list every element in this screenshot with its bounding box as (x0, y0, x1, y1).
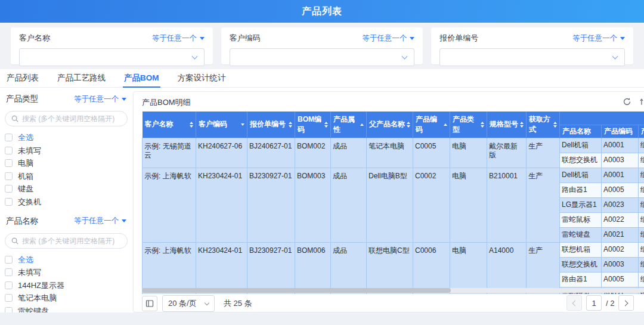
column-header-4[interactable]: 产品属性 (331, 112, 367, 138)
checkbox[interactable] (5, 134, 13, 141)
group-cell: B210001 (487, 168, 527, 242)
column-header-0[interactable]: 客户名称 (143, 112, 196, 138)
checkbox[interactable] (5, 147, 13, 154)
filter-option-1-3[interactable]: 笔记本电脑 (5, 294, 128, 302)
sidebar-search-input[interactable] (22, 237, 121, 245)
filter-option-0-1[interactable]: 未填写 (5, 147, 128, 154)
column-header-1[interactable]: 客户编码 (196, 112, 247, 138)
filter-operator-dropdown[interactable]: 等于任意一个 (362, 33, 414, 44)
column-settings-icon[interactable] (639, 97, 644, 106)
sort-icon (407, 122, 410, 128)
filter-option-1-0[interactable]: 全选 (5, 256, 128, 264)
refresh-icon[interactable] (623, 97, 631, 106)
column-header-9[interactable]: 获取方式 (527, 112, 560, 138)
sub-cell: Dell机箱 (560, 168, 602, 182)
checkbox[interactable] (5, 159, 13, 167)
sub-column-header-1[interactable]: 产品编码 (602, 125, 639, 138)
filter-operator-label: 等于任意一个 (152, 33, 197, 44)
filter-value-select[interactable] (439, 48, 625, 66)
total-pages: / 2 (606, 299, 614, 308)
sub-cell: 雷蛇键盘 (560, 227, 602, 242)
table-row: 示例: 无锡简道云KH240627-06BJ240627-01BOM002成品笔… (143, 138, 644, 153)
option-label: 交换机 (18, 198, 41, 206)
group-cell: 示例: 上海帆软 (143, 168, 196, 242)
sub-cell: 组件 (639, 242, 644, 257)
group-cell: BJ230927-01 (247, 168, 295, 242)
filter-option-1-2[interactable]: 144HZ显示器 (5, 281, 128, 289)
checkbox[interactable] (5, 294, 13, 302)
checkbox[interactable] (5, 268, 13, 276)
sidebar-search-input[interactable] (22, 114, 121, 123)
group-cell: KH240627-06 (196, 138, 247, 168)
group-cell: KH230424-01 (196, 242, 247, 294)
column-label: 客户名称 (145, 119, 174, 129)
sidebar-section-title: 产品名称 (6, 216, 38, 227)
next-page-button[interactable] (618, 295, 634, 311)
page-size-value: 20 条/页 (168, 298, 197, 309)
column-header-7[interactable]: 产品类型 (450, 112, 487, 138)
table-title: 产品BOM明细 (142, 98, 191, 107)
group-cell: A14000 (487, 242, 527, 294)
group-cell: BOM006 (295, 242, 331, 294)
current-page-input[interactable] (586, 295, 602, 311)
column-header-6[interactable]: 产品编码 (413, 112, 450, 138)
sub-cell: A0002 (602, 242, 639, 257)
sub-column-header-0[interactable]: 产品名称 (560, 125, 602, 138)
chevron-right-icon (623, 300, 628, 306)
column-header-8[interactable]: 规格型号 (487, 112, 527, 138)
filter-option-1-1[interactable]: 未填写 (5, 268, 128, 276)
filter-operator-dropdown[interactable]: 等于任意一个 (152, 33, 205, 44)
filter-operator-dropdown[interactable]: 等于任意一个 (572, 33, 625, 44)
checkbox[interactable] (5, 198, 13, 206)
column-label: 产品类型 (453, 114, 481, 135)
group-cell: C0006 (413, 242, 450, 294)
page-size-select[interactable]: 20 条/页 (162, 295, 215, 312)
sub-cell: 组件 (639, 197, 644, 212)
bom-table-container: 客户名称客户编码报价单编号BOM编码产品属性父产品名称产品编码产品类型规格型号获… (142, 112, 644, 294)
sidebar-operator-label: 等于任意一个 (74, 216, 119, 226)
sidebar-operator-dropdown[interactable]: 等于任意一个 (74, 94, 126, 104)
filter-option-0-2[interactable]: 电脑 (5, 159, 128, 167)
option-label: 144HZ显示器 (18, 281, 64, 289)
group-cell: 联想电脑C型 (367, 242, 413, 294)
filter-label: 报价单编号 (439, 33, 478, 44)
horizontal-scrollbar-thumb[interactable] (142, 288, 451, 293)
sub-cell: 组件 (639, 138, 644, 153)
sort-icon (520, 122, 524, 128)
filter-sidebar: 产品类型等于任意一个全选未填写电脑机箱键盘交换机产品名称等于任意一个全选未填写1… (5, 94, 128, 325)
filter-value-select[interactable] (230, 48, 415, 66)
filter-option-0-3[interactable]: 机箱 (5, 172, 128, 180)
sidebar-operator-dropdown[interactable]: 等于任意一个 (74, 216, 126, 226)
horizontal-scrollbar-track[interactable] (142, 288, 644, 293)
checkbox[interactable] (5, 256, 13, 264)
sub-cell: Dell机箱 (560, 138, 602, 153)
filter-option-0-0[interactable]: 全选 (5, 134, 128, 141)
column-header-5[interactable]: 父产品名称 (367, 112, 413, 138)
option-label: 未填写 (18, 147, 41, 154)
tab-1[interactable]: 产品工艺路线 (56, 69, 107, 87)
tab-3[interactable]: 方案设计统计 (177, 69, 227, 87)
filter-option-0-5[interactable]: 交换机 (5, 198, 128, 206)
checkbox[interactable] (5, 172, 13, 180)
filter-value-select[interactable] (19, 48, 205, 66)
sub-column-header-2[interactable]: 产品属性 (639, 125, 644, 138)
display-fields-button[interactable] (142, 296, 157, 311)
sub-cell: 联想交换机 (560, 153, 602, 168)
triangle-down-icon (200, 37, 205, 40)
tab-2[interactable]: 产品BOM (123, 69, 160, 87)
filter-option-0-4[interactable]: 键盘 (5, 185, 128, 193)
sub-cell: 雷蛇鼠标 (560, 212, 602, 227)
column-header-2[interactable]: 报价单编号 (247, 112, 295, 138)
column-header-3[interactable]: BOM编码 (295, 112, 331, 138)
pagination-right: / 2 (566, 295, 634, 311)
filter-band: 客户名称等于任意一个客户编码等于任意一个报价单编号等于任意一个 (0, 23, 644, 69)
triangle-down-icon (410, 37, 414, 40)
option-label: 机箱 (18, 172, 33, 180)
checkbox[interactable] (5, 185, 13, 193)
group-cell: 生产 (527, 138, 560, 168)
group-cell: 电脑 (450, 168, 487, 242)
checkbox[interactable] (5, 281, 13, 289)
tab-0[interactable]: 产品列表 (5, 69, 40, 87)
prev-page-button[interactable] (566, 295, 582, 311)
option-label: 全选 (18, 256, 33, 264)
